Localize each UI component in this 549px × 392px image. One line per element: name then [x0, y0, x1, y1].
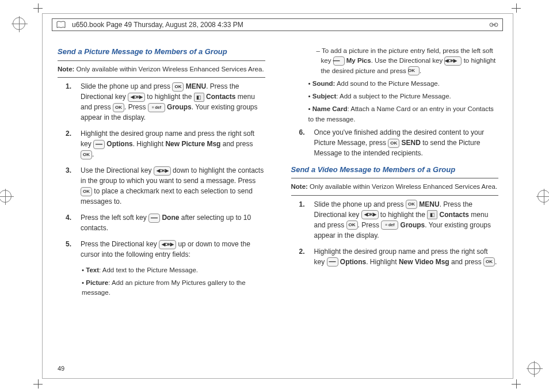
section-title-picture: Send a Picture Message to Members of a G… — [58, 46, 265, 58]
divider — [291, 195, 499, 196]
menu-key-icon: ≡ def — [381, 220, 398, 230]
crop-mark-tl — [33, 3, 43, 13]
left-column: Send a Picture Message to Members of a G… — [58, 46, 265, 359]
header-ornament-icon — [488, 20, 500, 30]
step-6: 6. Once you've finished adding the desir… — [314, 127, 499, 158]
ok-key-icon: OK — [483, 257, 495, 267]
registration-mark-left — [0, 190, 12, 203]
step-2: 2. Highlight the desired group name and … — [81, 128, 265, 159]
directional-key-icon: ◀OK▶ — [444, 56, 462, 66]
step-1: 1. Slide the phone up and press OK MENU.… — [81, 81, 265, 123]
bullet-subject: • Subject: Add a subject to the Picture … — [308, 92, 499, 101]
section-title-video: Send a Video Message to Members of a Gro… — [291, 164, 499, 176]
contacts-icon: ◧ — [427, 210, 437, 219]
contacts-icon: ◧ — [194, 93, 204, 102]
right-column: – To add a picture in the picture entry … — [291, 46, 499, 359]
menu-key-icon: ≡ def — [148, 103, 165, 112]
header-text: u650.book Page 49 Thursday, August 28, 2… — [70, 21, 485, 29]
framemaker-header: u650.book Page 49 Thursday, August 28, 2… — [52, 18, 503, 31]
ok-key-icon: OK — [172, 82, 184, 92]
bullet-text: • Text: Add text to the Picture Message. — [82, 265, 265, 275]
divider — [291, 178, 499, 178]
ok-key-icon: OK — [81, 187, 92, 196]
steps-picture-cont: 6. Once you've finished adding the desir… — [314, 127, 499, 158]
bullet-sound: • Sound: Add sound to the Picture Messag… — [308, 79, 499, 89]
registration-mark-right — [537, 190, 549, 203]
step-5: 5. Press the Directional key ◀OK▶ up or … — [81, 239, 265, 260]
ok-key-icon: OK — [346, 220, 358, 230]
book-icon — [55, 20, 67, 30]
softkey-icon: — — [93, 140, 105, 149]
step-3: 3. Use the Directional key ◀OK▶ down to … — [81, 165, 265, 207]
divider — [58, 77, 265, 78]
softkey-icon: — — [148, 214, 160, 223]
softkey-icon: — — [333, 56, 345, 66]
steps-video: 1. Slide the phone up and press OK MENU.… — [314, 199, 499, 267]
ok-key-icon: OK — [408, 66, 420, 75]
ok-key-icon: OK — [388, 139, 399, 148]
crop-mark-br — [512, 379, 521, 389]
vstep-1: 1. Slide the phone up and press OK MENU.… — [314, 199, 499, 241]
directional-key-icon: ◀OK▶ — [154, 166, 171, 176]
registration-mark-tl — [13, 17, 25, 30]
page-number: 49 — [58, 365, 64, 372]
sub-bullet-add-picture: – To add a picture in the picture entry … — [321, 46, 499, 76]
divider — [58, 60, 265, 61]
softkey-icon: — — [327, 257, 338, 267]
registration-mark-br — [528, 362, 540, 375]
ok-key-icon: OK — [81, 150, 92, 159]
step-4: 4. Press the left soft key — Done after … — [81, 212, 265, 233]
directional-key-icon: ◀OK▶ — [128, 93, 145, 102]
crop-mark-tr — [512, 3, 521, 13]
directional-key-icon: ◀OK▶ — [159, 240, 176, 249]
ok-key-icon: OK — [406, 200, 417, 209]
note-video: Note: Only available within Verizon Wire… — [291, 182, 499, 192]
steps-picture: 1. Slide the phone up and press OK MENU.… — [81, 81, 265, 260]
page-body: Send a Picture Message to Members of a G… — [58, 46, 498, 359]
bullet-picture: • Picture: Add an picture from My Pictur… — [82, 278, 265, 298]
directional-key-icon: ◀OK▶ — [361, 210, 379, 219]
note-picture: Note: Only available within Verizon Wire… — [58, 64, 265, 74]
bullet-namecard: • Name Card: Attach a Name Card or an en… — [308, 104, 499, 124]
vstep-2: 2. Highlight the desired group name and … — [314, 246, 499, 267]
crop-mark-bl — [33, 379, 43, 389]
ok-key-icon: OK — [113, 103, 124, 112]
